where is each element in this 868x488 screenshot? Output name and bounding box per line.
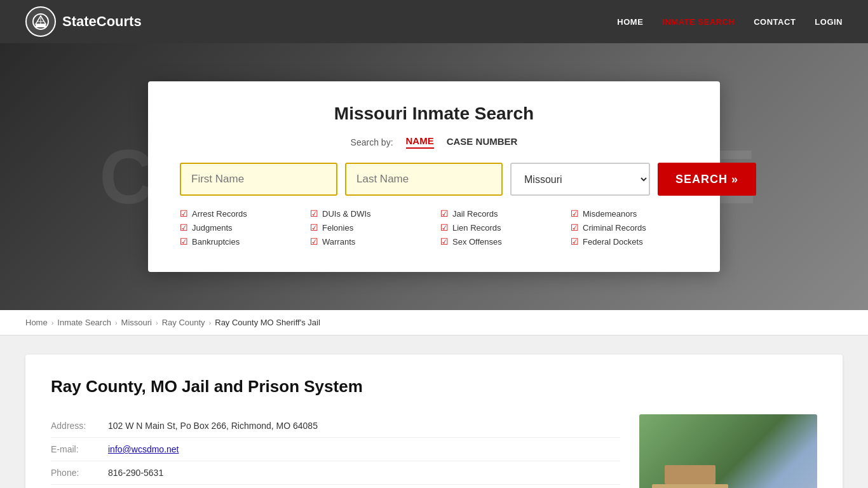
address-value: 102 W N Main St, Po Box 266, Richmond, M… xyxy=(108,421,318,431)
facility-layout: Address: 102 W N Main St, Po Box 266, Ri… xyxy=(51,414,817,488)
search-button[interactable]: SEARCH » xyxy=(658,163,756,196)
main-nav: HOMEINMATE SEARCHCONTACTLOGIN xyxy=(617,16,843,27)
email-value: info@wcsdmo.net xyxy=(108,444,179,454)
tab-case-number[interactable]: CASE NUMBER xyxy=(447,136,518,148)
feature-item: ☑Federal Dockets xyxy=(571,236,688,247)
email-row: E-mail: info@wcsdmo.net xyxy=(51,438,620,461)
breadcrumb-separator: › xyxy=(156,319,158,327)
phone-label: Phone: xyxy=(51,468,108,478)
logo[interactable]: StateCourts xyxy=(25,6,142,37)
nav-link-home[interactable]: HOME xyxy=(617,17,643,27)
feature-label: Sex Offenses xyxy=(452,237,502,247)
breadcrumb-link[interactable]: Home xyxy=(25,318,48,327)
nav-list: HOMEINMATE SEARCHCONTACTLOGIN xyxy=(617,16,843,27)
feature-item: ☑DUIs & DWIs xyxy=(310,208,428,219)
breadcrumb-link[interactable]: Missouri xyxy=(121,318,152,327)
feature-item: ☑Warrants xyxy=(310,236,428,247)
feature-item: ☑Misdemeanors xyxy=(571,208,688,219)
breadcrumb-separator: › xyxy=(115,319,118,327)
feature-item: ☑Arrest Records xyxy=(180,208,297,219)
search-by-label: Search by: xyxy=(351,137,393,147)
logo-icon xyxy=(25,6,56,37)
phone-value: 816-290-5631 xyxy=(108,468,163,478)
phone-row: Phone: 816-290-5631 xyxy=(51,461,620,485)
features-grid: ☑Arrest Records☑DUIs & DWIs☑Jail Records… xyxy=(180,208,688,247)
site-header: StateCourts HOMEINMATE SEARCHCONTACTLOGI… xyxy=(0,0,868,43)
first-name-input[interactable] xyxy=(180,163,337,196)
logo-text: StateCourts xyxy=(62,13,142,30)
breadcrumb-link[interactable]: Inmate Search xyxy=(57,318,111,327)
breadcrumb: Home›Inmate Search›Missouri›Ray County›R… xyxy=(0,310,868,336)
last-name-input[interactable] xyxy=(345,163,503,196)
address-label: Address: xyxy=(51,421,108,431)
modal-title: Missouri Inmate Search xyxy=(180,104,688,124)
feature-label: Warrants xyxy=(322,237,355,247)
feature-label: Jail Records xyxy=(452,209,498,219)
search-inputs: MissouriAlabamaAlaskaArizonaArkansasCali… xyxy=(180,163,688,196)
content-card: Ray County, MO Jail and Prison System Ad… xyxy=(25,355,843,488)
breadcrumb-separator: › xyxy=(209,319,212,327)
check-icon: ☑ xyxy=(571,222,579,233)
check-icon: ☑ xyxy=(310,208,318,219)
hero-section: COURTHOUSE Missouri Inmate Search Search… xyxy=(0,43,868,310)
check-icon: ☑ xyxy=(571,236,579,247)
feature-item: ☑Felonies xyxy=(310,222,428,233)
search-by-row: Search by: NAME CASE NUMBER xyxy=(180,135,688,149)
check-icon: ☑ xyxy=(180,236,188,247)
facility-title: Ray County, MO Jail and Prison System xyxy=(51,377,817,396)
breadcrumb-current: Ray County MO Sheriff's Jail xyxy=(215,318,320,327)
nav-link-login[interactable]: LOGIN xyxy=(815,17,843,27)
nav-link-contact[interactable]: CONTACT xyxy=(754,17,796,27)
search-modal: Missouri Inmate Search Search by: NAME C… xyxy=(148,81,720,272)
feature-item: ☑Criminal Records xyxy=(571,222,688,233)
feature-label: DUIs & DWIs xyxy=(322,209,371,219)
feature-label: Arrest Records xyxy=(192,209,247,219)
feature-label: Judgments xyxy=(192,223,233,233)
address-row: Address: 102 W N Main St, Po Box 266, Ri… xyxy=(51,414,620,438)
check-icon: ☑ xyxy=(440,208,449,219)
feature-item: ☑Sex Offenses xyxy=(440,236,558,247)
check-icon: ☑ xyxy=(180,208,188,219)
feature-label: Lien Records xyxy=(452,223,501,233)
feature-item: ☑Jail Records xyxy=(440,208,558,219)
svg-rect-2 xyxy=(34,26,47,27)
check-icon: ☑ xyxy=(440,236,449,247)
feature-item: ☑Judgments xyxy=(180,222,297,233)
check-icon: ☑ xyxy=(180,222,188,233)
feature-label: Misdemeanors xyxy=(583,209,637,219)
breadcrumb-link[interactable]: Ray County xyxy=(162,318,205,327)
tab-name[interactable]: NAME xyxy=(406,135,434,149)
nav-link-inmate-search[interactable]: INMATE SEARCH xyxy=(662,17,735,27)
check-icon: ☑ xyxy=(310,236,318,247)
fax-row: Fax: 816-290-5548 xyxy=(51,485,620,488)
facility-info: Address: 102 W N Main St, Po Box 266, Ri… xyxy=(51,414,620,488)
facility-image xyxy=(639,414,817,488)
state-select[interactable]: MissouriAlabamaAlaskaArizonaArkansasCali… xyxy=(510,163,650,196)
feature-label: Bankruptcies xyxy=(192,237,240,247)
main-content: Ray County, MO Jail and Prison System Ad… xyxy=(0,336,868,488)
check-icon: ☑ xyxy=(440,222,449,233)
check-icon: ☑ xyxy=(571,208,579,219)
feature-item: ☑Bankruptcies xyxy=(180,236,297,247)
feature-label: Felonies xyxy=(322,223,353,233)
breadcrumb-separator: › xyxy=(51,319,54,327)
email-link[interactable]: info@wcsdmo.net xyxy=(108,444,179,454)
email-label: E-mail: xyxy=(51,444,108,454)
feature-label: Federal Dockets xyxy=(583,237,643,247)
check-icon: ☑ xyxy=(310,222,318,233)
feature-label: Criminal Records xyxy=(583,223,646,233)
feature-item: ☑Lien Records xyxy=(440,222,558,233)
